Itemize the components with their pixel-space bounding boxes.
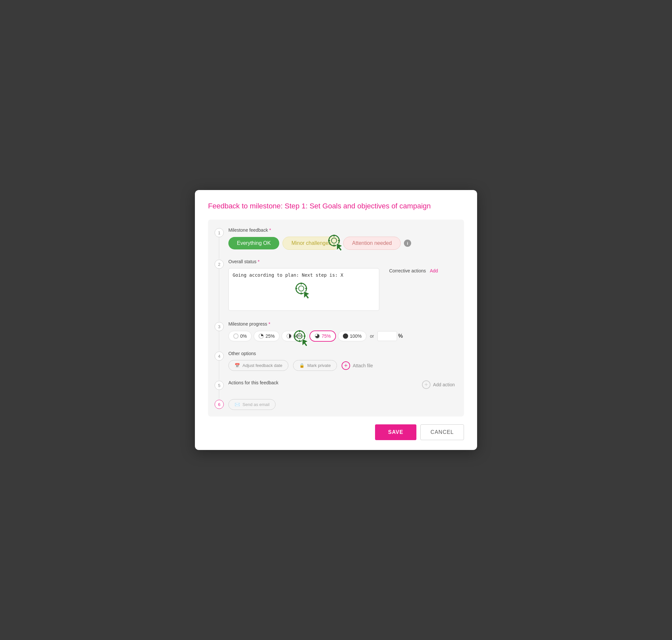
cancel-button[interactable]: CANCEL xyxy=(420,424,464,440)
progress-25[interactable]: 25% xyxy=(254,331,280,341)
progress-options: 0% 25% 50% 75% xyxy=(228,331,455,341)
email-icon: ✉️ xyxy=(235,402,240,407)
pie-50-icon xyxy=(287,333,292,339)
btn-minor-challenges[interactable]: Minor challenges xyxy=(282,237,340,250)
or-label: or xyxy=(370,333,374,339)
adjust-date-button[interactable]: 📅 Adjust feedback date xyxy=(228,360,289,371)
attach-plus-icon: + xyxy=(341,361,350,370)
progress-75[interactable]: 75% xyxy=(309,331,336,341)
calendar-icon: 📅 xyxy=(235,363,240,368)
connector-2 xyxy=(219,268,219,321)
percent-symbol: % xyxy=(398,333,403,339)
overall-row: Going according to plan: Next step is: X xyxy=(228,268,455,312)
step-6-content: ✉️ Send as email xyxy=(228,399,455,410)
attach-file-button[interactable]: + Attach file xyxy=(341,361,373,370)
modal-footer: SAVE CANCEL xyxy=(208,424,464,440)
pie-25-icon xyxy=(259,333,264,339)
form-body: 1 Milestone feedback * Everything OK Min… xyxy=(208,220,464,417)
attach-label: Attach file xyxy=(353,363,373,368)
step-2-row: 2 Overall status * Going according to pl… xyxy=(215,259,455,312)
save-button[interactable]: SAVE xyxy=(375,424,417,440)
pie-75-icon xyxy=(315,333,320,339)
progress-0[interactable]: 0% xyxy=(228,331,252,341)
step-5-content: Actions for this feedback + Add action xyxy=(228,380,455,389)
step-4-label: Other options xyxy=(228,351,455,356)
step-2-label: Overall status * xyxy=(228,259,455,264)
step-2-content: Overall status * Going according to plan… xyxy=(228,259,455,312)
step-5-num: 5 xyxy=(215,381,224,390)
lock-icon: 🔒 xyxy=(299,363,305,368)
step-6-num: 6 xyxy=(215,400,224,409)
status-textarea-wrap: Going according to plan: Next step is: X xyxy=(228,268,379,312)
corrective-label: Corrective actions Add xyxy=(389,268,455,273)
mark-private-button[interactable]: 🔒 Mark private xyxy=(293,360,337,371)
connector-5 xyxy=(219,389,219,399)
feedback-modal: Feedback to milestone: Step 1: Set Goals… xyxy=(195,190,477,450)
title-highlight: Step 1: Set Goals and objectives of camp… xyxy=(285,202,431,210)
connector-4 xyxy=(219,360,219,380)
step-5-row: 5 Actions for this feedback + Add action xyxy=(215,380,455,390)
step-1-label: Milestone feedback * xyxy=(228,228,455,233)
step-6-row: 6 ✉️ Send as email xyxy=(215,399,455,410)
step-4-num: 4 xyxy=(215,351,224,361)
step-1-num: 1 xyxy=(215,228,224,237)
corrective-add-link[interactable]: Add xyxy=(430,268,438,273)
percent-input-wrap: % xyxy=(377,331,403,341)
btn-attention-needed[interactable]: Attention needed xyxy=(343,237,400,250)
step-4-row: 4 Other options 📅 Adjust feedback date 🔒… xyxy=(215,351,455,371)
step-2-num: 2 xyxy=(215,260,224,269)
step-4-content: Other options 📅 Adjust feedback date 🔒 M… xyxy=(228,351,455,371)
percent-custom-input[interactable] xyxy=(377,331,397,341)
step-5-label: Actions for this feedback xyxy=(228,380,279,385)
other-options-row: 📅 Adjust feedback date 🔒 Mark private + … xyxy=(228,360,455,371)
feedback-options: Everything OK Minor challenges Attention… xyxy=(228,237,455,250)
adjust-date-label: Adjust feedback date xyxy=(243,363,282,368)
connector-1 xyxy=(219,237,219,259)
corrective-wrap: Corrective actions Add xyxy=(389,268,455,273)
step-3-content: Milestone progress * 0% 25% 50% xyxy=(228,321,455,341)
actions-row: Actions for this feedback + Add action xyxy=(228,380,455,389)
pie-100-icon xyxy=(343,333,348,339)
add-action-button[interactable]: + Add action xyxy=(422,380,455,389)
step-1-content: Milestone feedback * Everything OK Minor… xyxy=(228,228,455,250)
step-3-row: 3 Milestone progress * 0% 25% xyxy=(215,321,455,341)
send-email-label: Send as email xyxy=(243,402,269,407)
add-action-plus-icon: + xyxy=(422,380,430,389)
connector-3 xyxy=(219,331,219,351)
title-prefix: Feedback to milestone: xyxy=(208,202,285,210)
pie-0-icon xyxy=(233,333,238,339)
send-email-button[interactable]: ✉️ Send as email xyxy=(228,399,276,410)
progress-100[interactable]: 100% xyxy=(338,331,366,341)
info-icon[interactable]: i xyxy=(404,239,411,247)
progress-50[interactable]: 50% xyxy=(281,331,307,341)
btn-everything-ok[interactable]: Everything OK xyxy=(228,237,279,249)
step-3-num: 3 xyxy=(215,322,224,331)
step-1-row: 1 Milestone feedback * Everything OK Min… xyxy=(215,228,455,250)
step-3-label: Milestone progress * xyxy=(228,321,455,326)
mark-private-label: Mark private xyxy=(307,363,331,368)
modal-title: Feedback to milestone: Step 1: Set Goals… xyxy=(208,202,464,210)
add-action-label: Add action xyxy=(433,382,455,387)
overall-status-textarea[interactable]: Going according to plan: Next step is: X xyxy=(228,268,379,311)
